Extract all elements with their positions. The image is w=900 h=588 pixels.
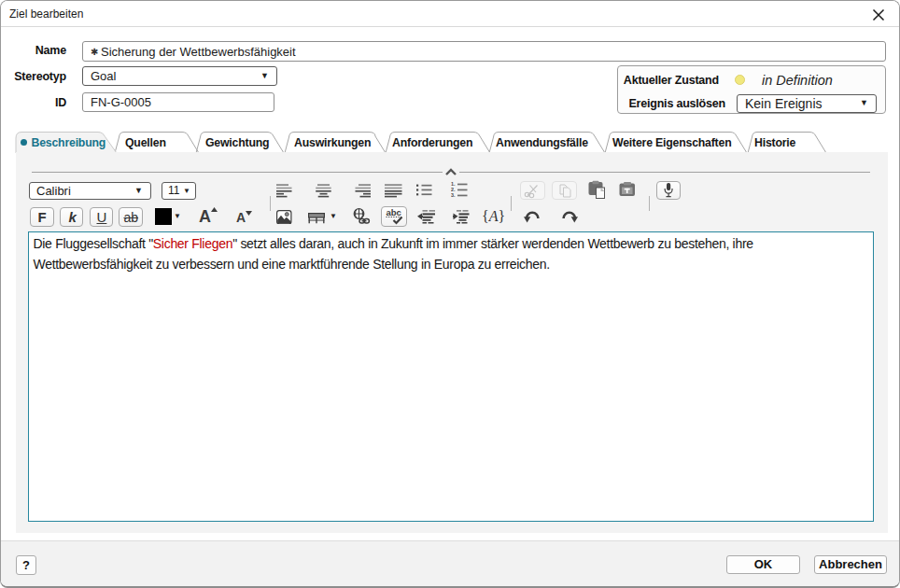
svg-text:abc: abc	[386, 207, 401, 217]
svg-text:3.: 3.	[451, 192, 456, 198]
